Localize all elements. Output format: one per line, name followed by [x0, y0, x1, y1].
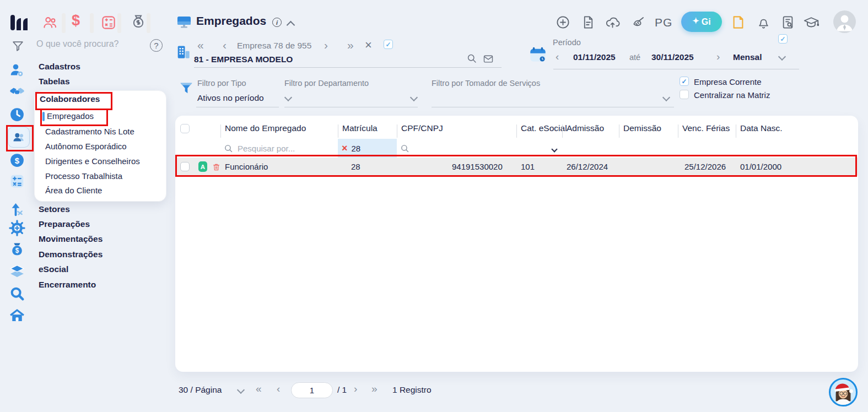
- centralizar-matriz-label[interactable]: Centralizar na Matriz: [694, 90, 770, 100]
- trash-icon[interactable]: [212, 162, 220, 172]
- submenu-item-empregados[interactable]: Empregados: [47, 111, 94, 121]
- column-header-admissao[interactable]: Admissão: [562, 123, 619, 133]
- sidebar-item-esocial[interactable]: eSocial: [39, 264, 68, 274]
- column-header-data-nasc[interactable]: Data Nasc.: [736, 123, 858, 133]
- centralizar-matriz-checkbox[interactable]: [680, 90, 689, 99]
- sidebar-icon-preparacoes[interactable]: [9, 220, 26, 237]
- empresa-corrente-label[interactable]: Empresa Corrente: [694, 77, 762, 86]
- submenu-item-processo-trabalhista[interactable]: Processo Trabalhista: [45, 171, 122, 181]
- employees-quick-icon[interactable]: [42, 14, 58, 32]
- company-pin-checkbox[interactable]: ✓: [384, 40, 393, 49]
- prev-page-button[interactable]: ‹: [277, 383, 280, 395]
- last-page-button[interactable]: »: [371, 383, 378, 395]
- period-calendar-icon[interactable]: [529, 46, 547, 65]
- filter-tomador-chevron-icon[interactable]: [662, 94, 670, 101]
- submenu-item-area-do-cliente[interactable]: Área do Cliente: [45, 186, 102, 195]
- sidebar-icon-financeiro[interactable]: $: [9, 152, 26, 170]
- matricula-filter-chip[interactable]: × 28: [338, 139, 397, 158]
- period-checkbox[interactable]: ✓: [778, 34, 788, 44]
- company-clear-button[interactable]: ×: [365, 38, 372, 52]
- sidebar-item-setores[interactable]: Setores: [39, 204, 70, 214]
- sidebar-icon-consultas[interactable]: [9, 285, 26, 303]
- sidebar-icon-esocial[interactable]: [9, 263, 26, 281]
- calculator-quick-icon[interactable]: [100, 14, 117, 32]
- gi-assistant-avatar[interactable]: [829, 378, 858, 406]
- clear-filter-icon[interactable]: ×: [342, 143, 348, 153]
- upload-button[interactable]: [605, 15, 620, 31]
- app-logo[interactable]: [9, 12, 31, 33]
- add-button[interactable]: [556, 15, 570, 31]
- table-search-input[interactable]: [236, 143, 327, 154]
- column-header-matricula[interactable]: Matrícula: [338, 123, 397, 133]
- empresa-corrente-checkbox[interactable]: ✓: [680, 77, 689, 86]
- sidebar-search-input[interactable]: [35, 39, 142, 50]
- column-header-venc-ferias[interactable]: Venc. Férias: [678, 123, 736, 133]
- row-checkbox[interactable]: [180, 162, 190, 171]
- page-input[interactable]: 1: [291, 382, 333, 398]
- sidebar-item-tabelas[interactable]: Tabelas: [39, 77, 70, 86]
- money-bag-icon: [130, 13, 147, 30]
- clean-button[interactable]: [630, 15, 645, 31]
- sidebar-icon-home[interactable]: [9, 307, 26, 325]
- period-end-date[interactable]: 30/11/2025: [651, 52, 694, 62]
- notes-button[interactable]: [731, 15, 746, 31]
- company-prev-button[interactable]: ‹: [223, 39, 227, 52]
- period-mode-select[interactable]: Mensal: [733, 52, 762, 62]
- submenu-item-autonomo-esporadico[interactable]: Autônomo Esporádico: [45, 142, 127, 151]
- filter-tipo-select[interactable]: Ativos no período: [197, 93, 264, 103]
- select-all-checkbox[interactable]: [180, 124, 190, 133]
- sidebar-item-colaboradores[interactable]: Colaboradores: [40, 94, 100, 104]
- submenu-item-cadastramento-nis-lote[interactable]: Cadastramento Nis Lote: [45, 127, 134, 136]
- per-page-chevron-icon[interactable]: [237, 386, 245, 394]
- sidebar-item-movimentacoes[interactable]: Movimentações: [39, 234, 103, 244]
- company-next-button[interactable]: ›: [324, 39, 328, 52]
- cat-esocial-filter-chevron-icon[interactable]: [551, 146, 557, 152]
- sidebar-icon-colaboradores[interactable]: [8, 127, 30, 148]
- company-search-button[interactable]: [466, 53, 477, 66]
- sidebar-item-cadastros[interactable]: Cadastros: [39, 62, 80, 72]
- column-header-cpf-cnpj[interactable]: CPF/CNPJ: [397, 123, 516, 133]
- sidebar-icon-calculos[interactable]: [9, 173, 26, 191]
- sidebar-item-encerramento[interactable]: Encerramento: [39, 280, 96, 290]
- company-mail-button[interactable]: [483, 53, 494, 66]
- per-page-select[interactable]: 30 / Página: [179, 385, 222, 395]
- gi-assistant-button[interactable]: ✦Gi: [681, 12, 722, 32]
- training-button[interactable]: [804, 15, 819, 32]
- sidebar-icon-cadastros[interactable]: [9, 62, 26, 79]
- sidebar-icon-setores[interactable]: [9, 200, 26, 218]
- column-header-nome[interactable]: Nome do Empregado: [220, 123, 338, 133]
- period-mode-chevron-icon[interactable]: [778, 53, 786, 61]
- next-page-button[interactable]: ›: [354, 383, 357, 395]
- table-row[interactable]: A Funcionário 28 94191530020 101 26/12/2…: [175, 158, 858, 176]
- user-avatar[interactable]: [833, 10, 856, 33]
- filter-departamento-chevron-icon[interactable]: [410, 94, 418, 101]
- company-last-button[interactable]: »: [347, 39, 354, 52]
- submenu-item-dirigentes-conselheiros[interactable]: Dirigentes e Conselheiros: [45, 156, 140, 166]
- sidebar-item-demonstracoes[interactable]: Demonstrações: [39, 250, 103, 259]
- pg-button[interactable]: PG: [655, 16, 672, 29]
- sidebar-icon-clock[interactable]: [9, 106, 26, 124]
- period-next-button[interactable]: ›: [716, 51, 720, 63]
- company-first-button[interactable]: «: [197, 39, 204, 52]
- notifications-button[interactable]: [756, 15, 771, 31]
- finance-quick-icon[interactable]: $: [72, 12, 80, 29]
- document-button[interactable]: [581, 15, 596, 31]
- envelope-icon: [483, 53, 494, 64]
- audit-button[interactable]: [780, 15, 795, 31]
- column-header-demissao[interactable]: Demissão: [619, 123, 678, 133]
- sidebar-icon-movimentacoes[interactable]: $: [9, 241, 26, 258]
- info-icon[interactable]: i: [272, 18, 282, 27]
- first-page-button[interactable]: «: [256, 383, 262, 395]
- moneybag-quick-icon[interactable]: [130, 13, 147, 31]
- column-header-cat-esocial[interactable]: Cat. eSocial: [516, 123, 562, 133]
- collapse-chevron-icon[interactable]: [287, 21, 295, 30]
- sidebar-icon-tabelas[interactable]: [9, 84, 26, 101]
- period-prev-button[interactable]: ‹: [556, 51, 559, 63]
- period-start-date[interactable]: 01/11/2025: [573, 52, 616, 62]
- topbar-separator: [147, 13, 150, 33]
- home-icon: [9, 307, 25, 324]
- menu-filter-icon[interactable]: [11, 39, 25, 55]
- sidebar-item-preparacoes[interactable]: Preparações: [39, 219, 90, 229]
- help-button[interactable]: ?: [150, 39, 163, 52]
- filter-tipo-chevron-icon[interactable]: [284, 94, 292, 101]
